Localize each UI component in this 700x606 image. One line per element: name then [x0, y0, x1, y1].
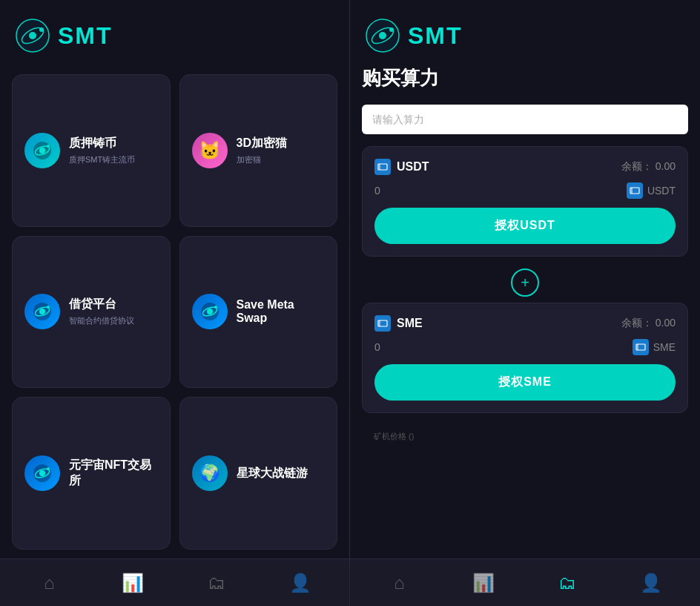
swap-text: Save Meta Swap [237, 298, 326, 325]
right-nav-bar: ⌂ 📊 🗂 👤 [350, 559, 700, 606]
svg-point-7 [47, 145, 50, 148]
swap-icon [192, 294, 228, 329]
sme-token-icon [374, 315, 391, 332]
svg-point-19 [47, 467, 50, 470]
sme-balance-value: 0.00 [656, 317, 676, 329]
svg-point-23 [389, 27, 394, 32]
sme-label: SME [397, 317, 423, 330]
pledge-icon [24, 133, 60, 168]
sme-card: SME 余额： 0.00 0 SME [362, 303, 688, 413]
usdt-balance-label: 余额： [621, 160, 653, 172]
svg-point-22 [379, 32, 386, 39]
brand-title-left: SMT [58, 22, 113, 50]
usdt-balance: 余额： 0.00 [621, 160, 676, 174]
smt-logo-icon [15, 18, 50, 53]
sme-balance-label: 余额： [621, 317, 653, 329]
pledge-title: 质押铸币 [69, 136, 135, 151]
brand-title-right: SMT [408, 22, 463, 50]
left-nav-bar: ⌂ 📊 🗂 👤 [0, 559, 349, 606]
sme-name: SME [374, 315, 423, 332]
sme-amount: 0 [374, 341, 380, 353]
loan-text: 借贷平台 智能合约借贷协议 [69, 297, 134, 326]
right-header: SMT [350, 0, 700, 65]
plus-separator: + [362, 269, 688, 297]
stargame-icon: 🌍 [192, 455, 228, 491]
sme-auth-button[interactable]: 授权SME [374, 364, 676, 401]
sme-header: SME 余额： 0.00 [374, 315, 676, 332]
grid-item-swap[interactable]: Save Meta Swap [179, 236, 338, 389]
usdt-name: USDT [374, 159, 429, 175]
loan-title: 借贷平台 [69, 297, 134, 312]
cat-text: 3D加密猫 加密猫 [237, 136, 287, 165]
svg-point-6 [39, 148, 45, 154]
svg-point-2 [29, 32, 36, 39]
grid-item-pledge[interactable]: 质押铸币 质押SMT铸主流币 [12, 74, 171, 227]
nft-text: 元宇宙NFT交易所 [69, 458, 158, 489]
loan-icon [24, 294, 60, 329]
usdt-amount: 0 [374, 185, 380, 197]
nav-home-left[interactable]: ⌂ [7, 573, 91, 593]
sme-suffix: SME [633, 339, 676, 355]
wallet-icon-left: 🗂 [208, 573, 225, 593]
sme-value-row: 0 SME [374, 339, 676, 355]
usdt-balance-value: 0.00 [656, 160, 676, 172]
svg-point-3 [39, 27, 44, 32]
nav-wallet-left[interactable]: 🗂 [175, 573, 259, 593]
user-icon-right: 👤 [640, 573, 662, 593]
usdt-header: USDT 余额： 0.00 [374, 159, 676, 175]
left-header: SMT [0, 0, 349, 65]
stats-icon-left: 📊 [122, 573, 144, 593]
cat-title: 3D加密猫 [237, 136, 287, 151]
svg-point-10 [39, 309, 45, 314]
usdt-label: USDT [397, 160, 429, 174]
nav-stats-right[interactable]: 📊 [441, 573, 525, 593]
nav-user-left[interactable]: 👤 [258, 573, 342, 593]
stargame-title: 星球大战链游 [237, 466, 308, 481]
home-icon-right: ⌂ [394, 573, 405, 593]
left-panel: SMT 质押铸币 质押SMT铸主流币 🐱 [0, 0, 350, 606]
usdt-suffix-icon [627, 182, 643, 199]
menu-grid: 质押铸币 质押SMT铸主流币 🐱 3D加密猫 加密猫 [0, 65, 349, 559]
usdt-suffix-label: USDT [647, 185, 676, 197]
power-input[interactable] [362, 105, 688, 134]
swap-title: Save Meta Swap [237, 298, 326, 325]
smt-logo-icon-right [365, 18, 400, 53]
cat-icon: 🐱 [192, 133, 228, 168]
usdt-token-icon [374, 159, 391, 175]
grid-item-loan[interactable]: 借贷平台 智能合约借贷协议 [12, 236, 171, 389]
pledge-subtitle: 质押SMT铸主流币 [69, 154, 135, 165]
nft-icon [24, 455, 60, 491]
right-content: 购买算力 USDT 余额： 0.00 [350, 65, 700, 559]
usdt-value-row: 0 USDT [374, 182, 676, 199]
user-icon-left: 👤 [289, 573, 311, 593]
cat-subtitle: 加密猫 [237, 154, 287, 165]
stats-icon-right: 📊 [472, 573, 495, 593]
usdt-auth-button[interactable]: 授权USDT [374, 208, 676, 244]
grid-item-stargame[interactable]: 🌍 星球大战链游 [179, 397, 338, 550]
wallet-icon-right: 🗂 [558, 573, 576, 593]
page-title: 购买算力 [362, 65, 688, 91]
nft-title: 元宇宙NFT交易所 [69, 458, 158, 489]
pledge-text: 质押铸币 质押SMT铸主流币 [69, 136, 135, 165]
svg-point-11 [47, 306, 50, 309]
nav-user-right[interactable]: 👤 [609, 573, 693, 593]
sme-suffix-label: SME [653, 341, 676, 353]
svg-point-14 [207, 309, 213, 314]
sme-balance: 余额： 0.00 [621, 317, 676, 330]
grid-item-cat[interactable]: 🐱 3D加密猫 加密猫 [179, 74, 338, 227]
usdt-suffix: USDT [627, 182, 676, 199]
plus-circle-icon: + [511, 269, 539, 297]
loan-subtitle: 智能合约借贷协议 [69, 315, 134, 326]
bottom-hint: 矿机价格 () [362, 425, 688, 448]
nav-stats-left[interactable]: 📊 [91, 573, 175, 593]
home-icon-left: ⌂ [44, 573, 55, 593]
nav-home-right[interactable]: ⌂ [357, 573, 441, 593]
svg-point-15 [214, 306, 217, 309]
nav-wallet-right[interactable]: 🗂 [525, 573, 609, 593]
right-panel: SMT 购买算力 USDT 余额： 0.00 [350, 0, 700, 606]
usdt-card: USDT 余额： 0.00 0 USDT [362, 146, 688, 257]
svg-point-18 [39, 470, 45, 476]
grid-item-nft[interactable]: 元宇宙NFT交易所 [12, 397, 171, 550]
stargame-text: 星球大战链游 [237, 466, 308, 481]
sme-suffix-icon [633, 339, 649, 355]
